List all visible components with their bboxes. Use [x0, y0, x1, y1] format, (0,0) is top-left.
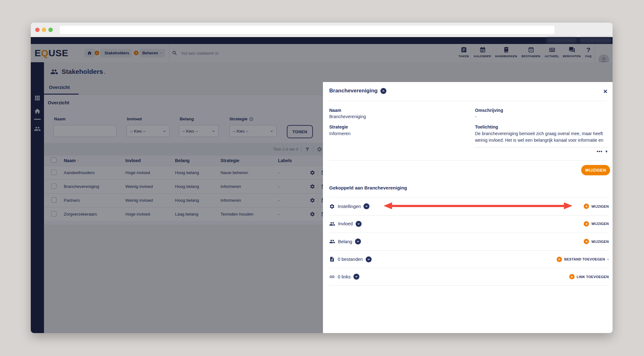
- field-value-omschrijving: -: [475, 114, 477, 120]
- modal-divider: [329, 101, 606, 101]
- linked-row-bestanden: 0 bestanden + BESTAND TOEVOEGEN ▾: [329, 250, 609, 268]
- chevron-down-icon: [356, 240, 360, 243]
- expand-row-chevron-button[interactable]: [363, 203, 369, 209]
- gear-icon: [329, 204, 335, 209]
- row-action-wijzigen[interactable]: + WIJZIGEN: [584, 221, 609, 227]
- close-icon[interactable]: ✕: [603, 88, 608, 95]
- linked-row-label: 0 bestanden: [338, 257, 363, 262]
- plus-icon: +: [584, 239, 589, 244]
- plus-icon: +: [557, 257, 562, 262]
- url-bar[interactable]: [60, 26, 554, 34]
- linked-row-invloed: Invloed + WIJZIGEN: [329, 215, 609, 233]
- field-value-toelichting-line1: De branchevereniging bemoeit zich graag …: [475, 131, 603, 137]
- action-label: LINK TOEVOEGEN: [577, 275, 609, 279]
- field-label-omschrijving: Omschrijving: [475, 108, 503, 114]
- people-icon: [329, 221, 335, 227]
- field-label-toelichting: Toelichting: [475, 124, 498, 131]
- action-label: BESTAND TOEVOEGEN: [564, 257, 605, 261]
- caret-down-icon: ▼: [605, 150, 608, 153]
- modal-title: Branchevereniging: [329, 88, 378, 94]
- expand-row-chevron-button[interactable]: [366, 256, 372, 262]
- linked-row-label: 0 links: [338, 274, 351, 279]
- people-icon: [329, 238, 335, 244]
- field-label-strategie: Strategie: [329, 124, 348, 131]
- plus-icon: +: [569, 274, 575, 279]
- chevron-down-icon: [365, 205, 368, 208]
- field-label-naam: Naam: [329, 108, 341, 114]
- collapse-chevron-up-button[interactable]: [380, 88, 386, 94]
- action-label: WIJZIGEN: [591, 205, 609, 208]
- row-action-wijzigen[interactable]: + WIJZIGEN: [584, 204, 609, 209]
- expand-row-chevron-button[interactable]: [356, 221, 362, 227]
- expand-row-chevron-button[interactable]: [353, 274, 359, 280]
- field-value-naam: Branchevereniging: [329, 114, 366, 120]
- plus-icon: +: [584, 221, 589, 227]
- browser-window: EQUSE Stakeholders Beheren: [31, 23, 613, 333]
- field-value-toelichting-line2: weinig invloed. Het is wel een belangrij…: [475, 138, 603, 144]
- wijzigen-button[interactable]: WIJZIGEN: [581, 165, 610, 175]
- arrowhead-left: [384, 202, 392, 209]
- expand-row-chevron-button[interactable]: [355, 238, 361, 244]
- plus-icon: +: [584, 204, 589, 209]
- action-label: WIJZIGEN: [591, 222, 609, 226]
- linked-row-label: Instellingen: [338, 204, 361, 209]
- document-icon: [329, 256, 335, 262]
- chevron-down-icon: [357, 222, 360, 226]
- field-value-strategie: Informeren: [329, 131, 351, 137]
- chevron-down-icon: [367, 258, 370, 261]
- window-minimize-button[interactable]: [42, 28, 46, 32]
- browser-chrome: [31, 23, 613, 37]
- modal-divider: [329, 160, 606, 161]
- linked-row-label: Belang: [338, 239, 352, 244]
- app-root: EQUSE Stakeholders Beheren: [31, 37, 613, 333]
- linked-row-links: 0 links + LINK TOEVOEGEN: [329, 268, 609, 286]
- window-zoom-button[interactable]: [48, 28, 53, 32]
- linked-row-belang: Belang + WIJZIGEN: [329, 233, 609, 251]
- caret-down-icon: ▾: [607, 258, 609, 261]
- chevron-down-icon: [355, 275, 358, 278]
- modal-title-row: Branchevereniging: [329, 88, 386, 94]
- annotation-arrow: [384, 202, 572, 209]
- row-action-link-toevoegen[interactable]: + LINK TOEVOEGEN: [569, 274, 609, 279]
- chevron-up-icon: [382, 89, 385, 93]
- ellipsis-icon: •••: [597, 149, 603, 154]
- linked-row-label: Invloed: [338, 221, 353, 226]
- link-icon: [329, 274, 335, 280]
- action-label: WIJZIGEN: [591, 240, 609, 244]
- arrow-shaft: [392, 205, 564, 207]
- row-action-wijzigen[interactable]: + WIJZIGEN: [584, 239, 609, 244]
- expand-toelichting-button[interactable]: ••• ▼: [597, 149, 608, 154]
- window-close-button[interactable]: [35, 28, 40, 32]
- branchevereniging-detail-panel: Branchevereniging ✕ Naam Brancheverenigi…: [323, 82, 613, 333]
- row-action-bestand-toevoegen[interactable]: + BESTAND TOEVOEGEN ▾: [557, 257, 609, 262]
- toelichting-truncate-divider: [475, 147, 609, 147]
- linked-section-title: Gekoppeld aan Branchevereniging: [329, 185, 407, 190]
- arrowhead-right: [564, 202, 572, 209]
